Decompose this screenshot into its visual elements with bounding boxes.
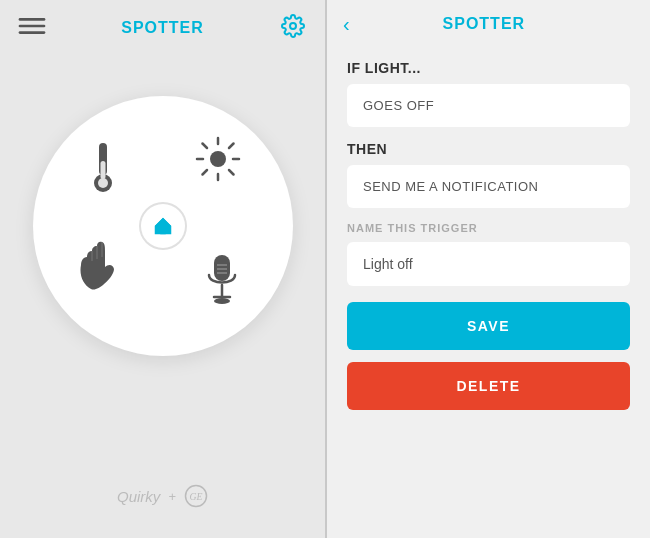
home-icon[interactable] <box>141 204 185 248</box>
brand-footer: Quirky + GE <box>117 484 208 508</box>
thermometer-icon[interactable] <box>85 141 121 197</box>
microphone-icon[interactable] <box>203 253 241 311</box>
right-content: IF LIGHT... GOES OFF THEN SEND ME A NOTI… <box>327 48 650 538</box>
then-label: THEN <box>347 141 630 157</box>
svg-point-7 <box>98 178 108 188</box>
brand-plus: + <box>168 489 176 504</box>
brand-ge-logo: GE <box>184 484 208 508</box>
svg-rect-17 <box>214 255 230 281</box>
sensor-circle <box>33 96 293 356</box>
svg-line-16 <box>202 170 207 175</box>
left-title: SPOTTER <box>44 19 281 37</box>
svg-line-13 <box>202 144 207 149</box>
brand-quirky: Quirky <box>117 488 160 505</box>
then-value: SEND ME A NOTIFICATION <box>347 165 630 208</box>
svg-line-14 <box>229 170 234 175</box>
if-label: IF LIGHT... <box>347 60 630 76</box>
svg-line-15 <box>229 144 234 149</box>
svg-point-23 <box>214 298 230 304</box>
right-panel: ‹ SPOTTER IF LIGHT... GOES OFF THEN SEND… <box>327 0 650 538</box>
hand-icon[interactable] <box>73 239 123 301</box>
right-title: SPOTTER <box>358 15 610 33</box>
sun-icon[interactable] <box>195 136 241 186</box>
left-panel: SPOTTER <box>0 0 325 538</box>
svg-point-8 <box>210 151 226 167</box>
delete-button[interactable]: DELETE <box>347 362 630 410</box>
back-icon[interactable]: ‹ <box>343 14 350 34</box>
if-value: GOES OFF <box>347 84 630 127</box>
svg-text:GE: GE <box>189 491 202 502</box>
gear-icon[interactable] <box>281 14 305 42</box>
save-button[interactable]: SAVE <box>347 302 630 350</box>
trigger-input[interactable] <box>347 242 630 286</box>
left-header: SPOTTER <box>0 0 325 56</box>
hamburger-icon[interactable] <box>20 14 44 42</box>
svg-rect-6 <box>100 161 105 179</box>
trigger-label: NAME THIS TRIGGER <box>347 222 630 234</box>
svg-point-3 <box>290 23 296 29</box>
right-header: ‹ SPOTTER <box>327 0 650 48</box>
